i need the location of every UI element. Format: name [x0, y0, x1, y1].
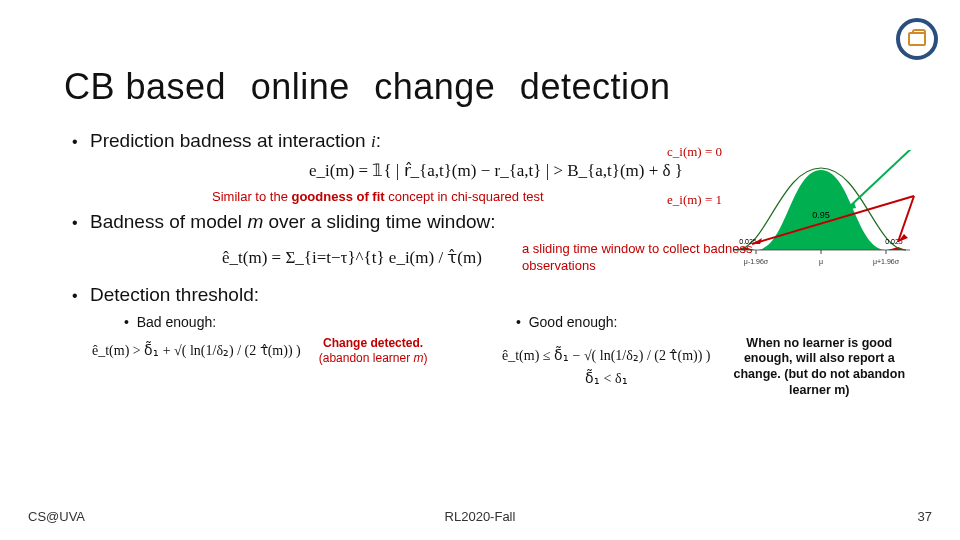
sub-bad-label: Bad enough:	[137, 314, 216, 330]
bullet-1-suffix: :	[376, 130, 381, 151]
threshold-columns: • Bad enough: ê_t(m) > δ̃₁ + √( ln(1/δ₂)…	[72, 314, 920, 399]
equation-1: e_i(m) = 𝟙{ | r̂_{a,t}(m) − r_{a,t} | > …	[72, 160, 920, 181]
note-bad-2m: m	[413, 351, 423, 365]
title-word-1: CB based	[64, 66, 226, 107]
slide-title: CB based online change detection	[64, 66, 684, 108]
bullet-1: • Prediction badness at interaction i:	[72, 130, 920, 152]
note-bad-2a: (abandon learner	[319, 351, 414, 365]
bullet-dot: •	[72, 214, 90, 232]
bullet-2: • Badness of model m over a sliding time…	[72, 211, 920, 233]
note-g1a: Similar to the	[212, 189, 291, 204]
note-sliding-window: a sliding time window to collect badness…	[522, 241, 772, 274]
note-bad-2b: )	[423, 351, 427, 365]
note-bad-1: Change detected.	[323, 336, 423, 350]
note-good: When no learner is good enough, will als…	[729, 336, 910, 399]
bullet-2-prefix: Badness of model	[90, 211, 247, 232]
equation-good: ê_t(m) ≤ δ̃₁ − √( ln(1/δ₂) / (2 τ̂(m)) )	[502, 347, 711, 364]
sub-bullet-good: • Good enough:	[516, 314, 910, 330]
sub-bullet-bad: • Bad enough:	[124, 314, 486, 330]
equation-good-2: δ̃₁ < δ₁	[502, 370, 711, 387]
note-goodness-fit: Similar to the goodness of fit concept i…	[212, 189, 602, 205]
good-column: • Good enough: ê_t(m) ≤ δ̃₁ − √( ln(1/δ₂…	[496, 314, 920, 399]
title-word-2: online	[251, 66, 350, 107]
bullet-2-suffix: over a sliding time window:	[263, 211, 495, 232]
note-g1c: concept in chi-squared test	[385, 189, 544, 204]
note-bad: Change detected. (abandon learner m)	[319, 336, 428, 366]
bad-column: • Bad enough: ê_t(m) > δ̃₁ + √( ln(1/δ₂)…	[72, 314, 496, 399]
footer-left: CS@UVA	[28, 509, 85, 524]
equation-bad: ê_t(m) > δ̃₁ + √( ln(1/δ₂) / (2 τ̂(m)) )	[92, 342, 301, 359]
bullet-2-m: m	[247, 211, 263, 232]
title-word-4: detection	[520, 66, 671, 107]
bullet-3: • Detection threshold:	[72, 284, 920, 306]
footer-center: RL2020-Fall	[445, 509, 516, 524]
sub-good-label: Good enough:	[529, 314, 618, 330]
uva-logo	[896, 18, 938, 60]
bullet-3-text: Detection threshold:	[90, 284, 259, 306]
bullet-1-text: Prediction badness at interaction	[90, 130, 371, 151]
slide-content: • Prediction badness at interaction i: e…	[72, 130, 920, 398]
note-g1b: goodness of fit	[291, 189, 384, 204]
title-word-3: change	[374, 66, 495, 107]
equation-2: ê_t(m) = Σ_{i=t−τ}^{t} e_i(m) / τ̂(m)	[222, 247, 482, 268]
bullet-dot: •	[72, 133, 90, 151]
bullet-dot: •	[72, 287, 90, 305]
footer-page-number: 37	[918, 509, 932, 524]
